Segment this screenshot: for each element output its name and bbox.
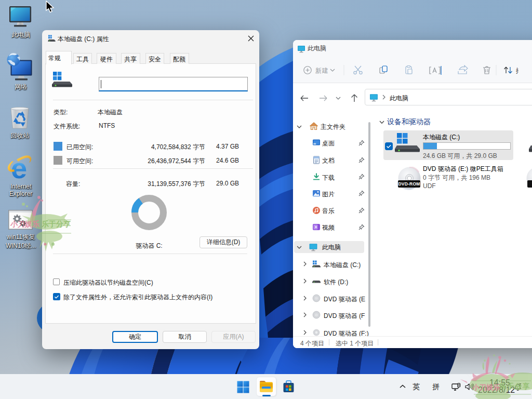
svg-text:排序: 排序 — [516, 67, 518, 74]
svg-text:e: e — [11, 154, 27, 183]
svg-text:新建: 新建 — [315, 67, 328, 74]
